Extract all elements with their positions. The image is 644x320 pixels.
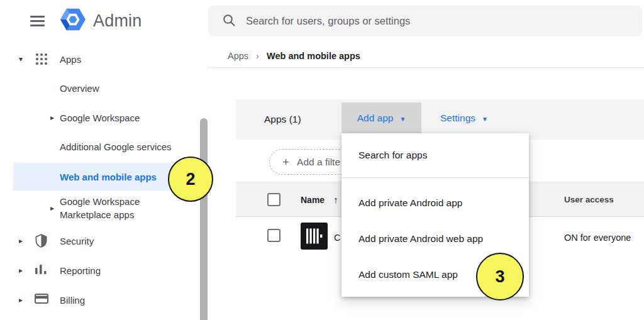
column-user-access-label: User access [564,195,614,204]
sidebar-scrollbar[interactable] [200,118,208,320]
apps-grid-icon [35,52,48,66]
add-app-button[interactable]: Add app ▼ [341,102,421,134]
hamburger-menu-icon[interactable] [30,14,49,28]
step-annotation-2: 2 [168,157,213,202]
sidebar-item-label: Web and mobile apps [60,172,157,182]
menu-item-add-private-android-app[interactable]: Add private Android app [341,185,529,221]
caret-down-icon: ▾ [19,55,23,63]
credit-card-icon [35,293,48,307]
admin-logo[interactable]: Admin [59,6,142,35]
add-filter-button[interactable]: + Add a filte [269,149,353,175]
caret-right-icon: ▸ [50,113,54,122]
settings-button[interactable]: Settings ▼ [440,102,488,134]
menu-item-search-for-apps[interactable]: Search for apps [341,133,529,177]
sidebar-item-overview[interactable]: Overview [0,79,200,97]
caret-right-icon: ▸ [19,295,23,304]
sidebar-item-label: Reporting [60,265,101,276]
caret-right-icon: ▸ [19,236,23,245]
menu-divider [341,177,529,178]
sidebar-item-label: Additional Google services [60,141,172,152]
apps-count-title: Apps (1) [264,99,301,140]
caret-right-icon: ▸ [50,204,54,212]
sidebar-item-gw-marketplace-apps[interactable]: ▸ Google Workspace Marketplace apps [0,195,200,221]
column-header-name[interactable]: Name ↑ [301,182,338,217]
app-title: Admin [93,11,142,31]
breadcrumb-apps-link[interactable]: Apps [228,51,248,61]
sidebar-item-label: Billing [60,295,85,306]
sidebar-item-google-workspace[interactable]: ▸ Google Workspace [0,108,200,127]
add-app-button-label: Add app [357,113,394,124]
menu-item-add-private-android-web-app[interactable]: Add private Android web app [341,221,529,257]
select-all-checkbox[interactable] [267,193,280,206]
breadcrumb-separator: › [256,50,259,61]
sidebar-item-label: Google Workspace Marketplace apps [60,195,160,221]
sidebar-item-label: Google Workspace [60,113,140,123]
sidebar-item-billing[interactable]: ▸ Billing [0,290,200,309]
global-search-bar[interactable] [208,6,642,36]
settings-button-label: Settings [440,113,475,124]
column-header-user-access: User access [564,182,614,217]
row-checkbox[interactable] [267,229,280,242]
search-icon [222,13,236,30]
add-filter-label: Add a filte [297,157,340,168]
shield-icon [35,234,48,248]
sort-ascending-icon: ↑ [333,194,338,205]
sidebar-item-label: Security [60,236,94,246]
column-name-label: Name [301,195,325,205]
dropdown-arrow-icon: ▼ [399,114,406,123]
admin-hexagon-icon [59,6,87,36]
sidebar-item-reporting[interactable]: ▸ Reporting [0,261,200,280]
sidebar-item-additional-google-services[interactable]: Additional Google services [0,137,200,156]
app-name-cell: C [334,218,340,258]
bar-chart-icon [35,263,48,277]
user-access-cell: ON for everyone [564,218,631,258]
caret-right-icon: ▸ [19,266,23,275]
google-admin-console: Admin Apps › Web and mobile apps ▾ Apps … [0,0,644,320]
plus-icon: + [282,155,289,169]
sidebar-item-security[interactable]: ▸ Security [0,231,200,250]
dropdown-arrow-icon: ▼ [482,114,488,123]
search-input[interactable] [246,15,642,27]
breadcrumb-divider [208,67,644,68]
sidebar-item-label: Overview [60,83,99,94]
breadcrumb: Apps › Web and mobile apps [228,50,360,61]
app-logo-icon [301,223,328,250]
breadcrumb-current: Web and mobile apps [267,51,360,61]
sidebar-item-apps-root[interactable]: ▾ Apps [0,50,200,69]
sidebar-item-label: Apps [60,54,81,65]
step-annotation-3: 3 [476,253,524,301]
